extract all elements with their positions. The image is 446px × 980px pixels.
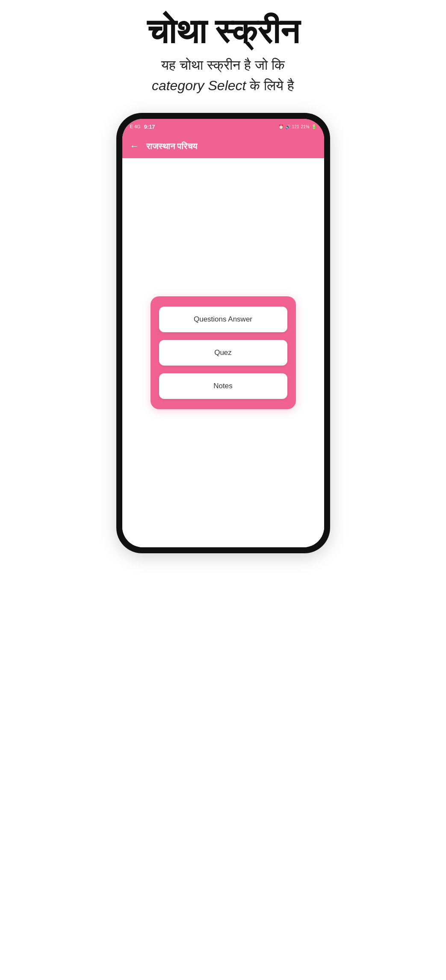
- subtitle-latin: category Select: [152, 78, 246, 93]
- page-subtitle: यह चोथा स्क्रीन है जो कि category Select…: [152, 55, 294, 96]
- status-bar: E 4G 9:17 ⏰ 🔊 121 21% 🔋: [122, 119, 324, 134]
- app-bar: ← राजस्थान परिचय: [122, 134, 324, 158]
- back-button[interactable]: ←: [130, 141, 139, 152]
- screen-content: Questions Answer Quez Notes: [122, 158, 324, 547]
- page-title: चोथा स्क्रीन: [147, 13, 299, 50]
- carrier-text: E 4G: [130, 124, 141, 129]
- subtitle-line1: यह चोथा स्क्रीन है जो कि: [161, 57, 284, 73]
- battery-text: 21%: [301, 124, 309, 129]
- category-card: Questions Answer Quez Notes: [151, 296, 296, 409]
- volume-icon: 🔊: [285, 124, 290, 129]
- alarm-icon: ⏰: [278, 124, 284, 129]
- notes-button[interactable]: Notes: [159, 373, 287, 399]
- status-right: ⏰ 🔊 121 21% 🔋: [278, 124, 316, 129]
- data-speed: 121: [292, 124, 299, 129]
- quez-button[interactable]: Quez: [159, 340, 287, 366]
- questions-answer-button[interactable]: Questions Answer: [159, 307, 287, 332]
- status-left: E 4G 9:17: [130, 124, 155, 130]
- app-bar-title: राजस्थान परिचय: [146, 142, 198, 151]
- status-time: 9:17: [144, 124, 155, 130]
- battery-icon: 🔋: [311, 124, 316, 129]
- phone-screen: E 4G 9:17 ⏰ 🔊 121 21% 🔋 ← राजस्थान परिचय…: [122, 119, 324, 547]
- subtitle-suffix: के लिये है: [246, 78, 294, 93]
- phone-mockup: E 4G 9:17 ⏰ 🔊 121 21% 🔋 ← राजस्थान परिचय…: [116, 113, 330, 553]
